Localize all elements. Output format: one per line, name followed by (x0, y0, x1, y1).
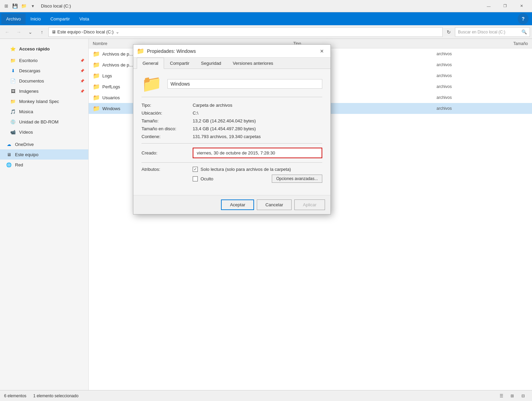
close-button[interactable]: ✕ (514, 0, 529, 12)
sidebar-item-bdrom[interactable]: 💿 Unidad de BD-ROM (0, 117, 88, 127)
addr-part-2: Disco local (C:) (84, 29, 114, 34)
network-icon: 🌐 (5, 161, 12, 168)
prop-tamano-label: Tamaño: (142, 118, 193, 123)
minimize-button[interactable]: — (481, 0, 497, 12)
attributes-container: Solo lectura (solo para archivos de la c… (193, 167, 322, 185)
recent-button[interactable]: ⌄ (25, 27, 35, 37)
sidebar-item-escritorio[interactable]: 📁 Escritorio 📌 (0, 55, 88, 65)
prop-tipo-value: Carpeta de archivos (193, 103, 322, 108)
addr-computer-icon: 🖥 (51, 29, 56, 34)
titlebar-icon-3: 📁 (20, 3, 27, 10)
pin-icon-escritorio: 📌 (80, 59, 84, 62)
prop-tamano-disco: Tamaño en disco: 13,4 GB (14.454.497.280… (142, 126, 322, 131)
view-details-button[interactable]: ⊞ (507, 391, 517, 401)
tab-general[interactable]: General (137, 58, 164, 69)
statusbar-selected: 1 elemento seleccionado (33, 393, 78, 398)
sidebar-item-acceso-rapido[interactable]: ⭐ Acceso rápido (4, 44, 84, 54)
advanced-options-button[interactable]: Opciones avanzadas... (272, 175, 322, 183)
folder-icon-monkey: 📁 (10, 98, 16, 105)
col-tamano: Tamaño (494, 41, 528, 46)
forward-button[interactable]: → (14, 27, 24, 37)
cancel-button[interactable]: Cancelar (257, 199, 292, 210)
view-list-button[interactable]: ☰ (497, 391, 506, 401)
accept-button[interactable]: Aceptar (221, 199, 254, 210)
up-button[interactable]: ↑ (37, 27, 47, 37)
titlebar-icon-1: ⊞ (3, 3, 10, 10)
video-icon: 📹 (10, 129, 16, 135)
sidebar-label-onedrive: OneDrive (15, 142, 34, 147)
sidebar-label-escritorio: Escritorio (19, 58, 38, 63)
menu-vista[interactable]: Vista (75, 14, 94, 24)
sidebar-item-documentos[interactable]: 📄 Documentos 📌 (0, 76, 88, 86)
apply-button[interactable]: Aplicar (294, 199, 325, 210)
sidebar-label-descargas: Descargas (19, 68, 40, 73)
checkbox-readonly[interactable] (193, 167, 198, 172)
tab-compartir[interactable]: Compartir (164, 58, 195, 69)
sidebar-item-red[interactable]: 🌐 Red (0, 160, 88, 170)
menu-archivo[interactable]: Archivo (1, 14, 26, 24)
titlebar-icon-dropdown[interactable]: ▾ (29, 3, 36, 10)
titlebar: ⊞ 💾 📁 ▾ Disco local (C:) — ❐ ✕ (0, 0, 532, 12)
prop-contiene: Contiene: 131.793 archivos, 19.340 carpe… (142, 134, 322, 139)
menu-inicio[interactable]: Inicio (26, 14, 45, 24)
file-type: archivos (437, 73, 491, 78)
titlebar-title: Disco local (C:) (41, 3, 481, 9)
menu-compartir[interactable]: Compartir (46, 14, 75, 24)
dialog-tabs: General Compartir Seguridad Versiones an… (133, 58, 330, 69)
tab-versiones[interactable]: Versiones anteriores (227, 58, 279, 69)
titlebar-app-icons: ⊞ 💾 📁 ▾ (3, 3, 36, 10)
dialog-close-button[interactable]: ✕ (317, 46, 327, 56)
file-type: archivos (437, 95, 491, 100)
attr-readonly: Solo lectura (solo para archivos de la c… (193, 167, 322, 172)
titlebar-controls: — ❐ ✕ (481, 0, 529, 12)
file-type: archivos (437, 84, 491, 89)
sidebar: ⭐ Acceso rápido 📁 Escritorio 📌 ⬇ Descarg… (0, 39, 89, 390)
dialog-folder-name-input[interactable] (167, 79, 322, 89)
sidebar-label-videos: Vídeos (19, 130, 33, 135)
statusbar-count: 6 elementos (4, 393, 26, 398)
sidebar-label-documentos: Documentos (19, 78, 44, 84)
sidebar-item-musica[interactable]: 🎵 Música (0, 106, 88, 117)
sidebar-item-imagenes[interactable]: 🖼 Imágenes 📌 (0, 86, 88, 96)
back-button[interactable]: ← (2, 27, 12, 37)
tab-seguridad[interactable]: Seguridad (195, 58, 227, 69)
prop-ubicacion: Ubicación: C:\ (142, 110, 322, 116)
maximize-button[interactable]: ❐ (497, 0, 513, 12)
folder-icon-escritorio: 📁 (10, 57, 16, 64)
statusbar-view-buttons: ☰ ⊞ ⊟ (497, 391, 528, 401)
address-path[interactable]: 🖥 Este equipo › Disco local (C:) ⌄ (48, 27, 443, 37)
prop-creado-label: Creado: (142, 150, 193, 155)
prop-tamano-disco-label: Tamaño en disco: (142, 126, 193, 131)
prop-divider-2 (142, 162, 322, 163)
dialog-content: 📁 Tipo: Carpeta de archivos Ubicación: C… (133, 69, 330, 195)
folder-icon: 📁 (93, 94, 100, 101)
music-icon: 🎵 (10, 108, 16, 115)
folder-icon: 📁 (93, 50, 100, 57)
checkbox-oculto[interactable] (193, 176, 198, 181)
sidebar-item-onedrive[interactable]: ☁ OneDrive (0, 139, 88, 149)
checkbox-oculto-label: Oculto (201, 176, 269, 181)
sidebar-label-este-equipo: Este equipo (15, 152, 39, 157)
view-large-button[interactable]: ⊟ (518, 391, 528, 401)
sidebar-item-monkey[interactable]: 📁 Monkey Island Spec (0, 96, 88, 106)
dialog-big-folder-icon: 📁 (142, 76, 162, 92)
dialog-folder-icon: 📁 (137, 47, 144, 55)
dialog-title: Propiedades: Windows (147, 48, 317, 54)
dialog-titlebar: 📁 Propiedades: Windows ✕ (133, 45, 330, 58)
sidebar-label-monkey: Monkey Island Spec (19, 99, 59, 104)
sidebar-item-este-equipo[interactable]: 🖥 Este equipo (0, 149, 88, 160)
prop-ubicacion-value: C:\ (193, 110, 322, 116)
sidebar-label-musica: Música (19, 109, 33, 114)
refresh-button[interactable]: ↻ (444, 27, 454, 37)
file-type: archivos (437, 62, 491, 67)
statusbar: 6 elementos 1 elemento seleccionado ☰ ⊞ … (0, 390, 532, 401)
sidebar-item-videos[interactable]: 📹 Vídeos (0, 127, 88, 137)
sidebar-label-bdrom: Unidad de BD-ROM (19, 119, 59, 124)
sidebar-item-descargas[interactable]: ⬇ Descargas 📌 (0, 65, 88, 76)
sidebar-label-imagenes: Imágenes (19, 89, 39, 94)
sidebar-label-acceso: Acceso rápido (19, 46, 50, 51)
search-box[interactable]: Buscar en Disco local (C:) 🔍 (455, 27, 530, 37)
folder-icon-windows: 📁 (93, 105, 100, 112)
prop-ubicacion-label: Ubicación: (142, 110, 193, 116)
help-button[interactable]: ? (518, 13, 529, 24)
